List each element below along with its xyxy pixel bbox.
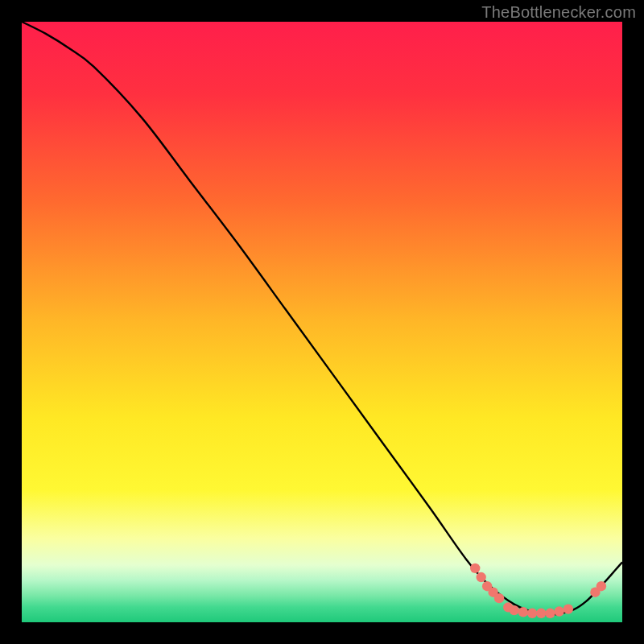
marker-point <box>470 564 480 573</box>
plot-area <box>22 22 622 622</box>
marker-point <box>554 606 564 616</box>
marker-point <box>564 604 573 613</box>
markers-layer <box>22 22 622 622</box>
marker-point <box>527 609 537 618</box>
marker-point <box>545 609 555 618</box>
marker-point <box>494 593 504 603</box>
attribution-text: TheBottlenecker.com <box>481 3 636 22</box>
marker-point <box>518 607 528 617</box>
chart-stage: TheBottlenecker.com <box>0 0 644 644</box>
marker-point <box>536 609 546 618</box>
marker-point <box>476 572 485 582</box>
marker-point <box>510 605 519 615</box>
marker-point <box>597 581 606 591</box>
